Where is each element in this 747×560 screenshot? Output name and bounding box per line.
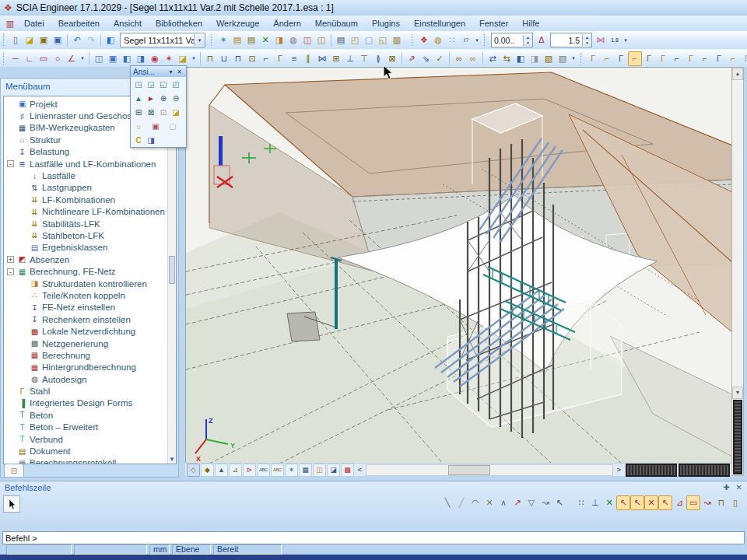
zoom-in-icon[interactable]: ⊕ (157, 92, 170, 104)
tree-scrollbar[interactable]: ▼ (167, 96, 176, 464)
save-as-icon[interactable]: ▣ (51, 33, 65, 47)
check-structure-icon[interactable]: ✓ (433, 51, 447, 66)
merge-nodes-icon[interactable]: ∞ (452, 51, 466, 66)
member-labels-icon[interactable]: ABC (271, 464, 284, 477)
spin-down-button[interactable]: ▼ (524, 40, 532, 46)
rib-icon[interactable]: ⌐ (259, 51, 273, 66)
statusbar-cell[interactable] (6, 544, 72, 555)
circle-icon[interactable]: ○ (51, 51, 65, 66)
hatch-nodes-icon[interactable]: ▧ (556, 51, 570, 66)
rotate-wheel-vertical[interactable] (733, 400, 742, 474)
tree-item[interactable]: ▦ Berechnung (4, 349, 176, 361)
tree-item[interactable]: ⇊ Stabilitäts-LFK (4, 218, 176, 229)
photo-render-icon[interactable]: ▣ (149, 120, 162, 132)
slab-icon[interactable]: ≡ (287, 51, 301, 66)
scia-spotlight-icon[interactable]: ❖ (417, 33, 431, 47)
intersection-snap-icon[interactable]: ✕ (602, 495, 616, 510)
curve-snap-icon[interactable]: ↝ (700, 495, 714, 510)
support-wall-icon[interactable]: Γ (684, 51, 698, 66)
tree-item[interactable]: ▩ Lokale Netzverdichtung (4, 325, 176, 337)
rotate-wheel-horizontal[interactable] (679, 464, 730, 477)
new-project-icon[interactable]: ▯ (9, 33, 23, 47)
connect-members-icon[interactable]: ⇄ (486, 51, 500, 66)
menu-item[interactable]: Ändern (266, 17, 307, 30)
scroll-left-button[interactable]: < (355, 465, 365, 475)
tree-item[interactable]: ▩ Netzgenerierung (4, 338, 176, 349)
menu-item[interactable]: Bibliotheken (149, 17, 209, 30)
tracking-icon[interactable]: Δ (535, 33, 549, 47)
tree-item[interactable]: ▐ Integriertes Design Forms (4, 397, 176, 409)
open-folder-icon[interactable]: ◪ (176, 51, 190, 66)
view-y-direction-icon[interactable]: ◲ (145, 78, 157, 90)
statusbar-cell[interactable]: Bereit (213, 544, 282, 555)
support-spring-icon[interactable]: Γ (712, 51, 726, 66)
paste-add-data-icon[interactable]: ◨ (528, 51, 542, 66)
menu-item[interactable]: Bearbeiten (51, 17, 107, 30)
toolbar-overflow-button[interactable]: ▾ (622, 37, 630, 44)
hatch-members-icon[interactable]: ▧ (542, 51, 556, 66)
tree-item[interactable]: ↓ Lastfälle (4, 170, 176, 181)
move-icon[interactable]: ◧ (120, 51, 134, 66)
tree-item[interactable]: ▤ Ergebnisklassen (4, 242, 176, 254)
selection-mode-button[interactable] (3, 495, 20, 513)
scrollbar-track[interactable] (732, 80, 743, 387)
statusbar-cell[interactable]: Ebene XY (172, 544, 211, 555)
label-flag-icon[interactable]: ⊳ (243, 464, 256, 477)
scroll-up-button[interactable]: ▲ (732, 68, 743, 80)
support-limit-icon[interactable]: Γ (740, 51, 747, 66)
copy-icon[interactable]: ◫ (92, 51, 106, 66)
close-icon[interactable]: ✕ (736, 483, 742, 492)
section-display-icon[interactable]: ▦ (299, 464, 312, 477)
calc-window-icon[interactable]: ◫ (300, 33, 314, 47)
menu-item[interactable]: Menübaum (308, 17, 365, 30)
multicopy-icon[interactable]: ▣ (106, 51, 120, 66)
tree-item[interactable]: ▤ Dokument (4, 445, 176, 457)
rotate-node-icon[interactable]: ⇘ (419, 51, 433, 66)
menu-item[interactable]: Ansicht (107, 17, 149, 30)
node-labels-icon[interactable]: ABC (257, 464, 270, 477)
zoom-out-icon[interactable]: ⊖ (170, 92, 182, 104)
open-project-icon[interactable]: ◪ (23, 33, 37, 47)
light-icon[interactable]: ☼ (132, 120, 145, 132)
tree-expander[interactable]: + (7, 256, 14, 263)
perspective-view-icon[interactable]: ▲ (132, 92, 145, 104)
truss-icon[interactable]: ⋈ (315, 51, 329, 66)
polyline-icon[interactable]: ∟ (23, 51, 37, 66)
tree-item[interactable]: ⇅ Lastgruppen (4, 182, 176, 194)
document-menu-icon[interactable]: ▥ (3, 19, 17, 29)
menubaum-tab[interactable]: ⊟ (4, 464, 24, 477)
selection-filter-icon[interactable]: ✶ (216, 33, 230, 47)
disconnect-members-icon[interactable]: ⇆ (500, 51, 514, 66)
support-member-icon[interactable]: ⊥ (343, 51, 357, 66)
toolbar-drag-handle[interactable] (3, 53, 5, 65)
render-solid-icon[interactable]: ◆ (201, 464, 214, 477)
angle-icon[interactable]: ∠ (65, 51, 79, 66)
hinge-icon[interactable]: ⊤ (357, 51, 371, 66)
ucs-icon[interactable]: ⊿ (229, 464, 242, 477)
grid-points-icon[interactable]: ∷ (574, 495, 588, 510)
view-cube-icon[interactable]: ◨ (145, 134, 157, 146)
fast-view-icon[interactable]: ◫ (313, 464, 326, 477)
activity-toggle-icon[interactable]: ✶ (162, 51, 176, 66)
support-hinged-icon[interactable]: ⌐ (600, 51, 614, 66)
support-subsoil-icon[interactable]: ⌐ (670, 51, 684, 66)
support-fixed-icon[interactable]: Γ (586, 51, 600, 66)
visible-layers-icon[interactable]: ◪ (170, 106, 182, 118)
view-parameters-icon[interactable]: ◪ (327, 464, 340, 477)
snap-curve-icon[interactable]: ↝ (538, 495, 552, 510)
tree-item[interactable]: ◍ Autodesign (4, 373, 176, 385)
close-icon[interactable]: ✕ (175, 68, 184, 75)
spin-up-button[interactable]: ▲ (524, 35, 532, 40)
tree-item[interactable]: ⇊ Stahlbeton-LFK (4, 229, 176, 241)
point-grid-icon[interactable]: ∷ (445, 33, 459, 47)
undo-icon[interactable]: ↶ (70, 33, 84, 47)
viewport-vertical-scrollbar[interactable]: ▲ ▼ (731, 67, 744, 476)
zoom-all-icon[interactable]: ⊠ (145, 106, 157, 118)
menu-item[interactable]: Einstellungen (407, 17, 472, 30)
toolbar-overflow-button[interactable]: ▾ (570, 55, 577, 61)
xml-dialog-icon[interactable]: ✕ (258, 33, 272, 47)
snap-free-icon[interactable]: ╲ (440, 495, 454, 510)
snap-off-icon[interactable]: ✕ (482, 495, 496, 510)
tree-item[interactable]: ↧ FE-Netz einstellen (4, 302, 176, 313)
haunch-icon[interactable]: Γ (273, 51, 287, 66)
